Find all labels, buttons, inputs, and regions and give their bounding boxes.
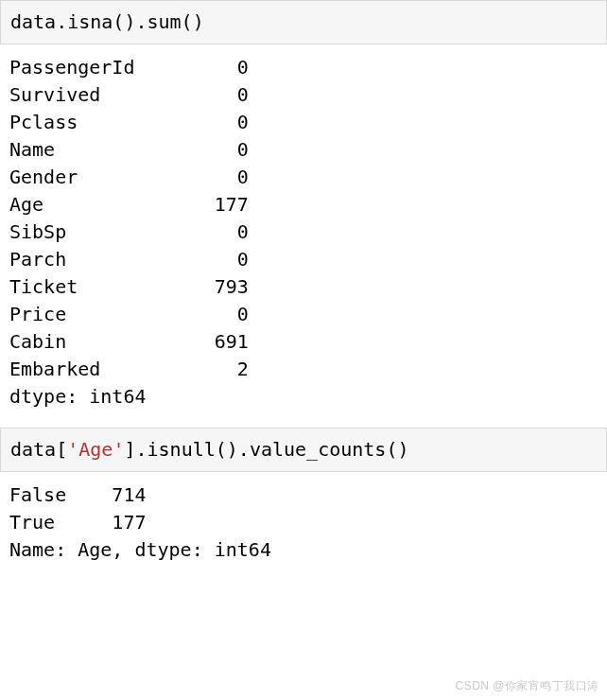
output-cell-1: PassengerId 0 Survived 0 Pclass 0 Name 0… [0, 44, 607, 428]
code-1-line: data.isna().sum() [10, 10, 204, 33]
code-cell-2[interactable]: data['Age'].isnull().value_counts() [0, 428, 607, 472]
code-cell-1[interactable]: data.isna().sum() [0, 0, 607, 44]
code-2-string-literal: 'Age' [67, 438, 124, 461]
code-2-post: ].isnull().value_counts() [124, 438, 408, 461]
code-2-pre: data[ [10, 438, 67, 461]
output-cell-2: False 714 True 177 Name: Age, dtype: int… [0, 472, 607, 581]
notebook-area: data.isna().sum() PassengerId 0 Survived… [0, 0, 607, 581]
